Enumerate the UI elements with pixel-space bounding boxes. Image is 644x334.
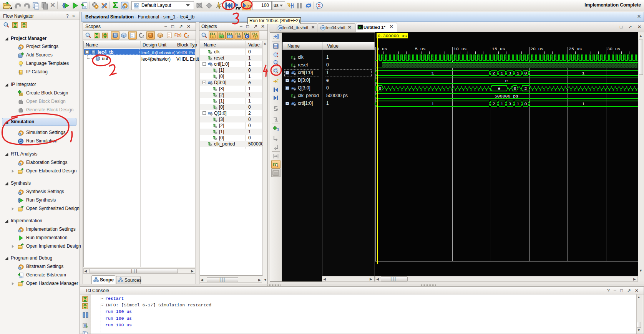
svg-text:1: 1 [501, 71, 503, 76]
svg-text:3: 3 [509, 71, 511, 76]
svg-text:1: 1 [582, 101, 585, 106]
svg-text:I/O: I/O [228, 36, 232, 38]
svg-text:10 us: 10 us [453, 46, 467, 51]
svg-text:0: 0 [379, 86, 382, 91]
svg-text:500000 ps: 500000 ps [495, 94, 518, 99]
svg-text:1: 1 [432, 71, 434, 76]
svg-text:2: 2 [524, 86, 527, 91]
svg-text:0: 0 [514, 86, 516, 91]
svg-text:0.300000 us: 0.300000 us [378, 33, 407, 38]
svg-text:25 us: 25 us [569, 46, 582, 51]
svg-text:(T): (T) [247, 4, 251, 8]
svg-text:V: V [254, 35, 257, 38]
svg-text:2: 2 [493, 101, 495, 106]
svg-text:1: 1 [517, 101, 520, 106]
svg-text:0: 0 [524, 71, 527, 76]
svg-text:Σ: Σ [318, 3, 321, 8]
svg-text:e: e [505, 78, 508, 83]
svg-text:15 us: 15 us [492, 46, 505, 51]
svg-text:1: 1 [582, 71, 585, 76]
svg-text:O: O [220, 35, 222, 38]
svg-text:3: 3 [509, 101, 511, 106]
svg-text:2: 2 [493, 71, 495, 76]
svg-text:1: 1 [432, 101, 434, 106]
svg-text:1: 1 [501, 101, 503, 106]
svg-text:1: 1 [517, 71, 520, 76]
svg-text:30 us: 30 us [607, 46, 621, 51]
svg-text:0 us: 0 us [377, 46, 387, 51]
svg-text:I: I [212, 35, 214, 38]
svg-text:C: C [246, 35, 248, 38]
svg-text:20 us: 20 us [530, 46, 544, 51]
svg-text:0: 0 [524, 101, 527, 106]
svg-text:5 us: 5 us [415, 46, 426, 51]
svg-text:e: e [498, 86, 501, 91]
